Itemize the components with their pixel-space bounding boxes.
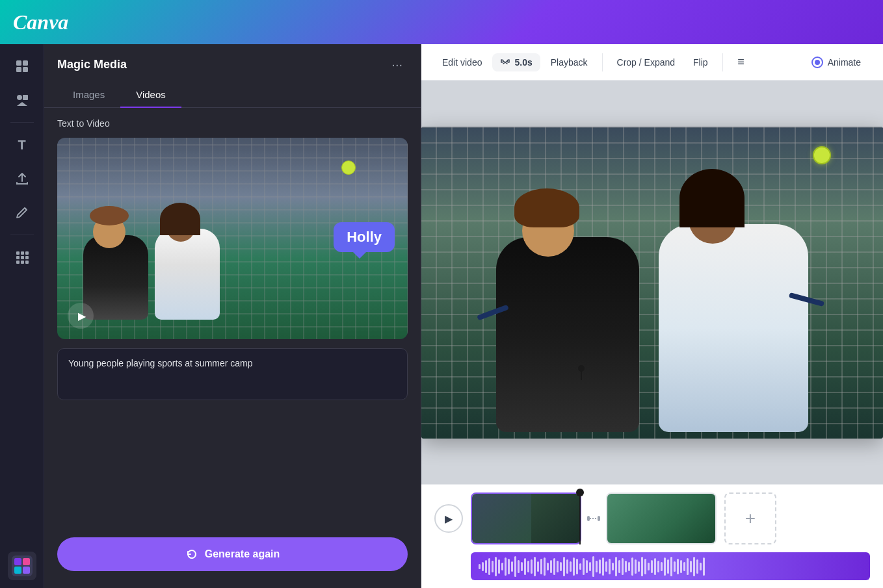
play-icon: ▶ bbox=[78, 310, 86, 322]
add-clip-button[interactable]: + bbox=[724, 492, 776, 544]
svg-rect-17 bbox=[14, 558, 21, 565]
toolbar-separator-1 bbox=[602, 53, 603, 71]
refresh-icon bbox=[185, 548, 198, 561]
video-thumbnail: Holly bbox=[57, 138, 408, 339]
sidebar-item-draw[interactable] bbox=[8, 198, 36, 227]
toolbar-duration: 5.0s bbox=[492, 53, 540, 71]
timeline-play-button[interactable]: ▶ bbox=[434, 504, 463, 533]
svg-point-4 bbox=[17, 95, 22, 100]
generate-again-label: Generate again bbox=[205, 548, 280, 560]
sidebar-item-uploads[interactable] bbox=[8, 164, 36, 193]
playback-button[interactable]: Playback bbox=[543, 52, 596, 73]
video-figures bbox=[77, 203, 226, 320]
tab-bar: Images Videos bbox=[44, 83, 421, 108]
canvas-p2-hair bbox=[679, 169, 745, 227]
flip-button[interactable]: Flip bbox=[685, 52, 716, 73]
canvas-p1-hair bbox=[514, 188, 579, 227]
duration-label: 5.0s bbox=[514, 57, 532, 68]
tab-videos[interactable]: Videos bbox=[120, 83, 181, 108]
svg-rect-14 bbox=[21, 261, 24, 264]
svg-rect-23 bbox=[587, 516, 590, 521]
text-icon: T bbox=[18, 138, 25, 153]
more-options-icon: ≡ bbox=[737, 55, 745, 69]
play-button-preview[interactable]: ▶ bbox=[68, 303, 94, 329]
panel-menu-button[interactable]: ··· bbox=[386, 55, 408, 75]
edit-video-button[interactable]: Edit video bbox=[434, 52, 490, 73]
video-preview-card: Holly ▶ bbox=[57, 138, 408, 339]
text-to-video-input[interactable] bbox=[57, 348, 408, 400]
person1-hair bbox=[90, 206, 129, 225]
sidebar-divider-1 bbox=[10, 122, 34, 123]
timeline-scrubber bbox=[579, 492, 581, 544]
person2-hair bbox=[160, 203, 200, 235]
svg-rect-10 bbox=[16, 256, 20, 259]
svg-rect-0 bbox=[16, 60, 21, 66]
playback-label: Playback bbox=[551, 57, 588, 68]
timeline-position-indicator bbox=[581, 368, 582, 380]
panel-header: Magic Media ··· bbox=[44, 44, 421, 83]
audio-waveform-track[interactable] bbox=[471, 552, 870, 580]
generate-again-button[interactable]: Generate again bbox=[57, 537, 408, 571]
main-layout: T bbox=[0, 44, 883, 588]
svg-rect-12 bbox=[25, 256, 29, 259]
sidebar-item-templates[interactable] bbox=[8, 52, 36, 81]
flip-label: Flip bbox=[693, 57, 708, 68]
sidebar-divider-2 bbox=[10, 235, 34, 235]
top-bar: Canva bbox=[0, 0, 883, 44]
toolbar: Edit video 5.0s Playback Crop / Expand F… bbox=[421, 44, 883, 81]
edit-video-label: Edit video bbox=[442, 57, 482, 68]
add-clip-icon: + bbox=[745, 508, 756, 529]
sidebar-item-apps[interactable] bbox=[8, 243, 36, 272]
animate-icon bbox=[811, 56, 824, 69]
timeline-clip-1[interactable] bbox=[471, 492, 581, 544]
canvas-figures bbox=[421, 158, 883, 439]
tennis-ball-preview bbox=[341, 160, 356, 175]
svg-rect-3 bbox=[23, 67, 28, 72]
svg-rect-15 bbox=[25, 261, 29, 264]
svg-rect-18 bbox=[23, 558, 30, 565]
toolbar-separator-2 bbox=[722, 53, 723, 71]
panel-content: Text to Video bbox=[44, 108, 421, 588]
svg-rect-9 bbox=[25, 251, 29, 255]
holly-tooltip: Holly bbox=[334, 222, 395, 252]
animate-button[interactable]: Animate bbox=[802, 51, 870, 74]
svg-rect-2 bbox=[16, 67, 21, 72]
separator-icon bbox=[586, 511, 601, 526]
timeline-clips: + bbox=[471, 492, 870, 544]
svg-rect-19 bbox=[14, 567, 21, 574]
svg-point-22 bbox=[815, 60, 820, 65]
svg-rect-24 bbox=[598, 516, 600, 521]
clip-separator bbox=[584, 509, 603, 528]
svg-rect-7 bbox=[16, 251, 20, 255]
left-panel: Magic Media ··· Images Videos Text to Vi… bbox=[44, 44, 421, 588]
svg-marker-6 bbox=[17, 102, 27, 106]
more-options-button[interactable]: ≡ bbox=[730, 51, 753, 74]
svg-rect-13 bbox=[16, 261, 20, 264]
timeline-area: ▶ bbox=[421, 484, 883, 588]
svg-rect-11 bbox=[21, 256, 24, 259]
canvas-frame bbox=[421, 127, 883, 439]
sidebar-item-magic-media[interactable] bbox=[8, 552, 36, 580]
svg-rect-20 bbox=[23, 567, 30, 574]
scissors-icon bbox=[500, 57, 510, 68]
timeline-clip-2[interactable] bbox=[606, 492, 717, 544]
sidebar-item-elements[interactable] bbox=[8, 86, 36, 114]
clip2-thumbnail bbox=[607, 494, 715, 543]
section-label: Text to Video bbox=[57, 118, 408, 129]
crop-expand-button[interactable]: Crop / Expand bbox=[609, 52, 683, 73]
waveform bbox=[479, 552, 862, 580]
clip1-thumbnail bbox=[472, 494, 580, 543]
animate-label: Animate bbox=[828, 57, 861, 68]
timeline-track: ▶ bbox=[421, 485, 883, 552]
person1 bbox=[77, 203, 155, 320]
scrubber-head-indicator bbox=[578, 365, 585, 372]
canvas-area bbox=[421, 81, 883, 484]
svg-rect-5 bbox=[23, 95, 28, 100]
icon-sidebar: T bbox=[0, 44, 44, 588]
panel-title: Magic Media bbox=[57, 58, 127, 71]
person2 bbox=[148, 203, 226, 320]
timeline-play-icon: ▶ bbox=[445, 513, 453, 525]
tab-images[interactable]: Images bbox=[57, 83, 120, 108]
sidebar-item-text[interactable]: T bbox=[8, 131, 36, 159]
canvas-person1 bbox=[470, 159, 665, 432]
